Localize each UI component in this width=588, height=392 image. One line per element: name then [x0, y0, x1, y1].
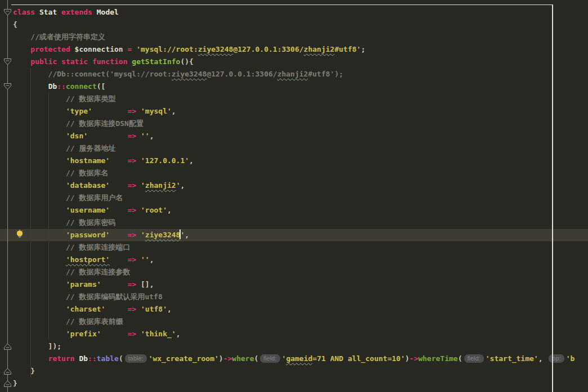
code-line-10[interactable]: // 数据库连接DSN配置 [13, 118, 574, 130]
code-token: => [128, 255, 141, 264]
code-token: #utf8'); [308, 70, 343, 78]
code-token: , [189, 156, 194, 165]
lightbulb-intention-icon[interactable] [15, 229, 24, 240]
code-token: public static function [30, 57, 132, 66]
code-token: , [167, 206, 172, 214]
code-token: => [128, 132, 141, 140]
code-token: whereTime [418, 354, 457, 363]
code-token: 'b [566, 354, 575, 363]
code-token: , [180, 181, 185, 190]
param-hint-badge: table: [125, 354, 147, 363]
code-line-13[interactable]: 'hostname' => '127.0.0.1', [13, 155, 574, 167]
code-line-27[interactable]: 'prefix' => 'think_', [13, 328, 574, 340]
code-token: table [97, 354, 119, 363]
code-token: Stat [39, 8, 61, 16]
code-token [110, 206, 127, 214]
code-editor[interactable]: class Stat extends Model{ //或者使用字符串定义 pr… [0, 0, 588, 392]
code-line-3[interactable]: //或者使用字符串定义 [13, 31, 574, 43]
code-token: extends [61, 8, 97, 16]
code-line-18[interactable]: // 数据库密码 [13, 217, 574, 229]
code-token [13, 45, 30, 53]
fold-end-marker[interactable] [3, 343, 12, 350]
code-line-24[interactable]: // 数据库编码默认采用utf8 [13, 291, 574, 303]
fold-expanded-marker[interactable] [3, 8, 12, 16]
code-line-4[interactable]: protected $connection = 'mysql://root:zi… [13, 43, 574, 56]
code-line-6[interactable]: //Db::connect('mysql://root:ziye3248@127… [13, 68, 574, 80]
code-token: Db [79, 354, 88, 363]
code-line-2[interactable]: { [13, 19, 574, 31]
code-token: -> [223, 354, 232, 363]
code-token: ( [119, 354, 123, 363]
code-line-14[interactable]: // 数据库名 [13, 167, 574, 179]
code-token: zhanji2 [145, 181, 176, 190]
text-cursor [179, 229, 181, 239]
code-token: ' [141, 231, 145, 239]
code-line-22[interactable]: // 数据库连接参数 [13, 266, 574, 278]
code-line-16[interactable]: // 数据库用户名 [13, 192, 574, 204]
code-text-area[interactable]: class Stat extends Model{ //或者使用字符串定义 pr… [13, 6, 574, 390]
code-token [13, 107, 66, 115]
code-token: Db [48, 82, 57, 91]
code-line-31[interactable]: } [13, 377, 574, 390]
param-hint-badge: field: [464, 354, 484, 363]
code-token: '' [141, 255, 150, 264]
code-token [101, 280, 128, 289]
code-line-1[interactable]: class Stat extends Model [13, 6, 574, 19]
fold-end-marker[interactable] [3, 367, 12, 375]
code-token: 'mysql://root: [136, 45, 198, 53]
code-token: // 数据库密码 [13, 218, 115, 227]
code-line-11[interactable]: 'dsn' => '', [13, 130, 574, 142]
code-token: 'mysql' [141, 107, 172, 115]
code-token: (){ [180, 57, 193, 66]
code-token: @127.0.0.1:3306/ [207, 70, 277, 78]
code-token: => [128, 206, 141, 214]
code-token: getStatInfo [132, 57, 180, 66]
code-line-28[interactable]: ]); [13, 340, 574, 353]
code-line-5[interactable]: public static function getStatInfo(){ [13, 56, 574, 68]
code-token: ; [361, 45, 365, 53]
code-token: protected [30, 45, 74, 53]
code-line-30[interactable]: } [13, 365, 574, 377]
code-token: , [176, 330, 181, 338]
code-line-8[interactable]: // 数据库类型 [13, 93, 574, 105]
code-line-19[interactable]: 'password' => 'ziye3248', [13, 229, 574, 241]
code-token: ziye3248 [172, 70, 207, 78]
fold-expanded-marker[interactable] [3, 58, 12, 66]
code-token: -> [410, 354, 419, 363]
fold-end-marker[interactable] [3, 380, 12, 388]
code-token [105, 305, 127, 313]
code-token: where [232, 354, 254, 363]
code-token: ( [458, 354, 463, 363]
code-token: @127.0.0.1:3306/ [233, 45, 303, 53]
code-token [13, 206, 66, 214]
code-token: //Db::connect('mysql://root: [13, 70, 172, 78]
code-token: 'database' [66, 181, 110, 190]
code-token: ziye3248 [198, 45, 234, 53]
code-token: 'charset' [66, 305, 105, 313]
code-token: 'prefix' [66, 330, 101, 338]
code-line-21[interactable]: 'hostport' => '', [13, 254, 574, 266]
code-token: 'type' [66, 107, 92, 115]
code-token: => [128, 107, 141, 115]
code-token: #utf8' [334, 45, 361, 53]
fold-expanded-marker[interactable] [3, 83, 12, 91]
code-token [13, 305, 66, 313]
code-line-26[interactable]: // 数据库表前缀 [13, 316, 574, 328]
code-line-20[interactable]: // 数据库连接端口 [13, 241, 574, 254]
code-token: , [150, 132, 154, 140]
code-line-9[interactable]: 'type' => 'mysql', [13, 105, 574, 118]
code-token: 'utf8' [141, 305, 167, 313]
code-token: } [13, 379, 17, 388]
code-token: { [13, 20, 17, 29]
code-line-7[interactable]: Db::connect([ [13, 80, 574, 93]
code-token: => [128, 231, 141, 239]
code-token [110, 181, 127, 190]
code-line-29[interactable]: return Db::table(table:'wx_create_room')… [13, 353, 574, 365]
code-token [13, 255, 66, 264]
code-line-23[interactable]: 'params' => [], [13, 278, 574, 291]
code-line-17[interactable]: 'username' => 'root', [13, 204, 574, 217]
code-token: :: [57, 82, 66, 91]
code-line-15[interactable]: 'database' => 'zhanji2', [13, 179, 574, 192]
code-line-12[interactable]: // 服务器地址 [13, 142, 574, 155]
code-line-25[interactable]: 'charset' => 'utf8', [13, 303, 574, 316]
